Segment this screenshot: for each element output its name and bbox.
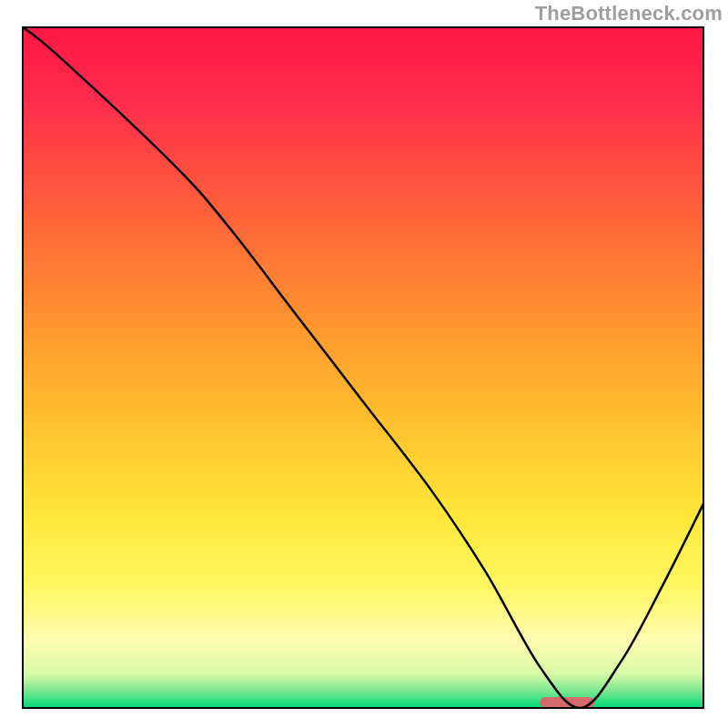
bottleneck-chart [0,0,728,728]
chart-container: TheBottleneck.com [0,0,728,728]
watermark-text: TheBottleneck.com [535,2,723,25]
plot-background [23,27,703,708]
